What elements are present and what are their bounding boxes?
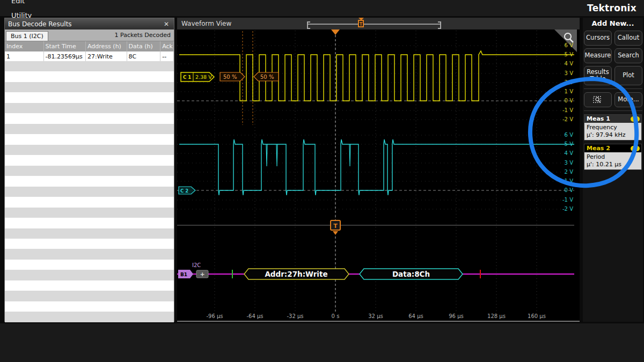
slider-track[interactable] — [308, 24, 440, 25]
ch1-y-label: 6 V — [565, 42, 574, 48]
measurement-name: Meas 2 — [584, 145, 610, 152]
results-table-empty-rows — [5, 61, 174, 321]
bottom-settings-bar: Ch 11 V/div200 MHzCh 21 V/div200 MHzBus … — [0, 323, 644, 362]
ch2-y-label: -2 V — [562, 206, 573, 212]
ch1-y-label: 4 V — [565, 61, 574, 67]
time-label: 0 s — [332, 313, 340, 319]
search-button[interactable]: Search — [614, 48, 642, 63]
close-icon[interactable]: ✕ — [162, 20, 171, 28]
empty-row — [5, 124, 174, 134]
time-label: 160 µs — [528, 313, 546, 319]
table-cell: 27:Write — [86, 51, 127, 62]
cursor-b-value: 50 % — [260, 74, 274, 80]
empty-row — [5, 280, 174, 291]
time-label: 128 µs — [487, 313, 506, 319]
slider-trigger-marker[interactable]: T — [358, 20, 364, 27]
waveform-view-title: Waveform View — [181, 20, 231, 27]
measurement-badge[interactable]: Meas 21Periodµ': 10.21 µs — [584, 144, 642, 170]
empty-row — [5, 218, 174, 228]
ch2-y-label: 0 V — [565, 187, 574, 193]
slider-right-bracket — [438, 21, 441, 29]
menu-edit[interactable]: Edit — [0, 0, 43, 8]
add-new-sidebar: Add New... CursorsCalloutMeasureSearchRe… — [583, 18, 643, 322]
ch2-y-label: 1 V — [565, 178, 574, 184]
trigger-t-arrow-icon — [333, 231, 338, 235]
ch2-glitch-dip — [266, 144, 267, 166]
empty-row — [5, 291, 174, 301]
empty-row — [5, 61, 174, 71]
measurement-badge[interactable]: Meas 11Frequencyµ': 97.94 kHz — [584, 114, 642, 141]
time-label: 96 µs — [449, 313, 463, 319]
empty-row — [5, 92, 174, 102]
oscilloscope-app: FileEditUtilityHelp Tektronix Bus Decode… — [0, 0, 644, 362]
zoom-corner-flap[interactable] — [554, 29, 577, 52]
measurement-body: Frequencyµ': 97.94 kHz — [584, 123, 641, 140]
add-new-button-grid: CursorsCalloutMeasureSearchResults Table… — [583, 29, 643, 85]
add-new-title: Add New... — [583, 18, 643, 29]
time-label: -32 µs — [287, 313, 303, 319]
bus-decode-results-panel: Bus Decode Results ✕ Bus 1 (I2C) 1 Packe… — [4, 18, 174, 322]
ch2-y-label: 6 V — [565, 132, 574, 138]
empty-row — [5, 208, 174, 218]
measurement-header: Meas 11 — [584, 115, 641, 123]
empty-row — [5, 260, 174, 270]
slider-left-bracket — [307, 21, 310, 29]
waveform-view-header: Waveform View T — [177, 18, 580, 29]
tab-bus1-i2c[interactable]: Bus 1 (I2C) — [6, 31, 48, 41]
table-row[interactable]: 1-81.23569µs27:Write8C-- — [5, 51, 174, 62]
empty-row — [5, 166, 174, 176]
ch1-y-label: 0 V — [565, 98, 574, 104]
trigger-t-label: T — [333, 223, 338, 230]
packets-decoded-count: 1 Packets Decoded — [115, 32, 174, 39]
more-button[interactable]: More... — [614, 92, 642, 107]
empty-row — [5, 145, 174, 155]
time-axis-labels: -96 µs-64 µs-32 µs0 s32 µs64 µs96 µs128 … — [206, 313, 545, 319]
measurement-value: µ': 10.21 µs — [587, 161, 639, 168]
waveform-plot[interactable]: T C 1 2.38 V 50 % 50 % C 2 Addr:27h:Writ… — [177, 29, 580, 322]
zoom-box-button[interactable] — [584, 92, 612, 107]
measurement-count-badge: 1 — [631, 146, 640, 151]
ch1-y-label: -1 V — [562, 107, 573, 113]
time-label: 32 µs — [368, 313, 383, 319]
ch1-y-label: 5 V — [565, 51, 574, 57]
results-title-bar[interactable]: Bus Decode Results ✕ — [5, 18, 174, 29]
ch2-y-label: 4 V — [565, 150, 574, 156]
ch1-badge-value: 2.38 V — [195, 74, 212, 80]
horizontal-pan-slider[interactable]: T — [308, 22, 440, 26]
zoom-box-icon — [592, 95, 603, 104]
bus1-badge-label: B1 — [180, 272, 187, 277]
cursor-a-value: 50 % — [223, 74, 237, 80]
ch2-glitch-dip — [349, 144, 350, 166]
ch2-badge-label: C 2 — [180, 188, 188, 194]
ch1-badge-label: C 1 — [183, 75, 191, 80]
measurement-count-badge: 1 — [631, 116, 640, 122]
voltage-axis-labels: 6 V5 V4 V3 V2 V1 V0 V-1 V-2 V6 V5 V4 V3 … — [562, 42, 573, 212]
cursors-button[interactable]: Cursors — [584, 31, 612, 46]
empty-row — [5, 301, 174, 312]
measurement-value: µ': 97.94 kHz — [587, 131, 639, 139]
empty-row — [5, 228, 174, 239]
measure-button[interactable]: Measure — [584, 48, 612, 63]
column-header: Data (h) — [127, 41, 161, 51]
ch2-y-label: -1 V — [562, 197, 573, 203]
column-header: Start Time — [44, 41, 86, 51]
plot-button[interactable]: Plot — [614, 66, 642, 85]
empty-row — [5, 249, 174, 259]
i2c-address-decode-text: Addr:27h:Write — [265, 270, 327, 278]
empty-row — [5, 312, 174, 322]
measurement-badges: Meas 11Frequencyµ': 97.94 kHzMeas 21Peri… — [583, 114, 643, 170]
empty-row — [5, 113, 174, 123]
results-title: Bus Decode Results — [8, 20, 72, 28]
ch1-y-label: 1 V — [565, 88, 574, 94]
callout-button[interactable]: Callout — [614, 31, 642, 46]
empty-row — [5, 103, 174, 113]
tektronix-logo: Tektronix — [587, 3, 636, 13]
ch1-y-label: 3 V — [565, 70, 574, 76]
ch2-sda-trace — [179, 139, 574, 195]
trigger-arrow-icon[interactable] — [331, 29, 340, 35]
results-table-button[interactable]: Results Table — [584, 66, 612, 85]
i2c-data-decode-text: Data:8Ch — [392, 270, 430, 278]
measurement-name: Meas 1 — [584, 115, 610, 122]
empty-row — [5, 239, 174, 249]
empty-row — [5, 176, 174, 186]
